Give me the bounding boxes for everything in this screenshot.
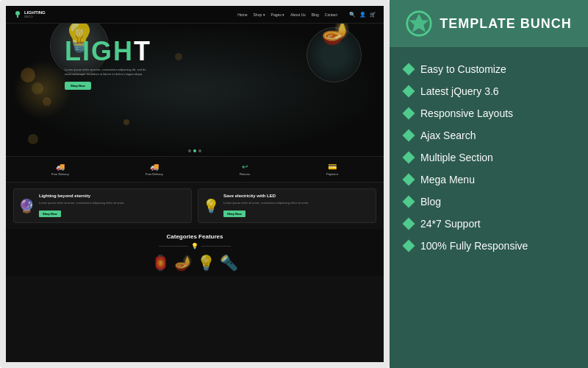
nav-logo: LIGHTING DECO — [13, 10, 46, 19]
feature-item-3: Ajax Search — [404, 127, 573, 144]
categories-title: Categories Features — [13, 233, 376, 240]
feature-item-1: Latest jQuery 3.6 — [404, 82, 573, 100]
logo-icon — [13, 10, 22, 19]
nav-blog[interactable]: Blog — [312, 13, 319, 17]
product-title-1: Lighting beyond eternity — [39, 194, 124, 199]
nav-shop[interactable]: Shop ▾ — [254, 13, 265, 17]
product-img-1: 🔮 — [18, 198, 35, 214]
feature-item-7: 24*7 Support — [404, 215, 573, 233]
hero-title: LIGHT — [65, 38, 266, 65]
bokeh-1 — [21, 68, 35, 82]
diamond-icon-6 — [403, 196, 415, 208]
diamond-icon-3 — [403, 130, 415, 142]
divider: 💡 — [13, 243, 376, 250]
nav-links: Home Shop ▾ Pages ▾ About Us Blog Contac… — [237, 13, 337, 17]
feature-item-4: Multiple Section — [404, 149, 573, 166]
feature-item-8: 100% Fully Responsive — [404, 237, 573, 255]
returns-icon: ↩ — [242, 163, 248, 171]
bokeh-4 — [123, 119, 129, 125]
diamond-icon-0 — [403, 63, 415, 76]
lamp-preview-4: 🔦 — [220, 254, 238, 272]
nav-about[interactable]: About Us — [290, 13, 306, 17]
tb-logo — [406, 10, 432, 37]
feature-text-5: Mega Menu — [420, 174, 475, 185]
feature-list: Easy to Customize Latest jQuery 3.6 Resp… — [390, 53, 588, 262]
product-content-2: Save electricity with LED Lorem ipsum do… — [223, 194, 309, 218]
lamp-right: 🪔 — [321, 24, 351, 46]
feature-item-2: Responsive Layouts — [404, 105, 573, 122]
brand-name: TEMPLATE BUNCH — [440, 16, 572, 32]
svg-point-0 — [15, 11, 20, 15]
logo-sub: DECO — [24, 15, 46, 18]
hero-dots — [188, 149, 201, 152]
bokeh-2 — [43, 97, 51, 106]
returns-label: Returns — [240, 172, 250, 176]
diamond-icon-5 — [403, 174, 415, 186]
product-img-2: 💡 — [203, 198, 219, 214]
lamp-previews: 🏮 🪔 💡 🔦 — [13, 254, 376, 272]
product-card-2: 💡 Save electricity with LED Lorem ipsum … — [198, 188, 376, 223]
nav-contact[interactable]: Contact — [325, 13, 337, 17]
product-btn-2[interactable]: Shop Now — [223, 210, 245, 217]
hero-section: 💡 🪔 LIGHT Lorem ipsum dolor sit amet, co… — [6, 24, 384, 156]
cart-icon[interactable]: 🛒 — [370, 12, 376, 18]
nav-pages[interactable]: Pages ▾ — [271, 13, 285, 17]
navbar: LIGHTING DECO Home Shop ▾ Pages ▾ About … — [6, 6, 384, 24]
lamp-preview-3: 💡 — [197, 254, 215, 272]
hero-subtitle: Lorem ipsum dolor sit amet, consectetur … — [65, 68, 153, 77]
feature-text-1: Latest jQuery 3.6 — [420, 85, 499, 97]
delivery-label-1: Free Delivery — [51, 172, 69, 176]
product-btn-1[interactable]: Shop Now — [39, 210, 61, 217]
service-free-delivery-2: 🚚 Free Delivery — [146, 163, 163, 176]
site-preview: LIGHTING DECO Home Shop ▾ Pages ▾ About … — [6, 6, 384, 362]
product-content-1: Lighting beyond eternity Lorem ipsum dol… — [39, 194, 124, 218]
bokeh-5 — [28, 134, 38, 144]
lamp-preview-1: 🏮 — [151, 254, 170, 272]
hero-title-green: LIGH — [65, 36, 134, 66]
payment-label: Payment — [326, 172, 338, 176]
divider-icon: 💡 — [191, 243, 198, 250]
diamond-icon-7 — [403, 218, 415, 230]
feature-text-3: Ajax Search — [420, 130, 476, 141]
diamond-icon-2 — [403, 107, 415, 120]
feature-item-0: Easy to Customize — [404, 60, 573, 78]
hero-title-white: T — [134, 36, 151, 66]
hero-text: LIGHT Lorem ipsum dolor sit amet, consec… — [65, 38, 266, 90]
product-desc-2: Lorem ipsum dolor sit amet, consectetur … — [223, 201, 309, 205]
delivery-icon-2: 🚚 — [150, 163, 159, 171]
feature-text-4: Multiple Section — [420, 152, 493, 163]
right-panel: TEMPLATE BUNCH Easy to Customize Latest … — [390, 0, 588, 368]
bokeh-3 — [32, 82, 43, 94]
feature-item-6: Blog — [404, 193, 573, 210]
delivery-label-2: Free Delivery — [146, 172, 163, 176]
product-card-1: 🔮 Lighting beyond eternity Lorem ipsum d… — [13, 188, 192, 223]
website-preview: LIGHTING DECO Home Shop ▾ Pages ▾ About … — [0, 0, 390, 368]
dot-1[interactable] — [188, 149, 191, 152]
service-returns: ↩ Returns — [240, 163, 250, 176]
dot-3[interactable] — [198, 149, 201, 152]
delivery-icon-1: 🚚 — [56, 163, 65, 171]
lamp-preview-2: 🪔 — [174, 254, 193, 272]
diamond-icon-8 — [403, 240, 415, 252]
feature-text-6: Blog — [420, 196, 441, 208]
diamond-icon-1 — [403, 85, 415, 98]
feature-item-5: Mega Menu — [404, 171, 573, 188]
service-free-delivery-1: 🚚 Free Delivery — [51, 163, 69, 176]
feature-text-8: 100% Fully Responsive — [420, 240, 528, 252]
hero-shop-btn[interactable]: Shop Now — [65, 82, 91, 90]
nav-home[interactable]: Home — [237, 13, 247, 17]
search-icon[interactable]: 🔍 — [349, 12, 356, 18]
service-row: 🚚 Free Delivery 🚚 Free Delivery ↩ Return… — [6, 156, 384, 183]
product-title-2: Save electricity with LED — [223, 194, 309, 199]
user-icon[interactable]: 👤 — [359, 12, 366, 18]
product-desc-1: Lorem ipsum dolor sit amet, consectetur … — [39, 201, 124, 205]
categories-section: Categories Features 💡 🏮 🪔 💡 🔦 — [6, 229, 384, 276]
dot-2[interactable] — [193, 149, 196, 152]
feature-text-2: Responsive Layouts — [420, 107, 513, 119]
payment-icon: 💳 — [328, 163, 337, 171]
feature-text-0: Easy to Customize — [420, 63, 506, 75]
nav-icons: 🔍 👤 🛒 — [349, 12, 376, 18]
svg-rect-1 — [17, 15, 18, 18]
feature-text-7: 24*7 Support — [420, 218, 481, 230]
product-cards: 🔮 Lighting beyond eternity Lorem ipsum d… — [6, 183, 384, 229]
